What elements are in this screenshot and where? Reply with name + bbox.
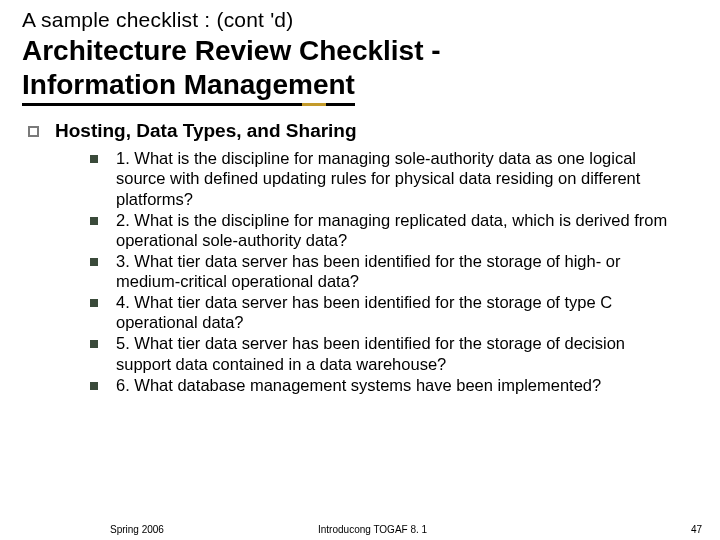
list-item: 5. What tier data server has been identi… (90, 333, 690, 373)
list-item: 1. What is the discipline for managing s… (90, 148, 690, 208)
list-item: 6. What database management systems have… (90, 375, 690, 395)
square-bullet-icon (28, 126, 39, 137)
section-heading-row: Hosting, Data Types, and Sharing (28, 120, 690, 142)
small-bullet-icon (90, 299, 98, 307)
small-bullet-icon (90, 382, 98, 390)
item-text: 4. What tier data server has been identi… (116, 292, 676, 332)
item-text: 5. What tier data server has been identi… (116, 333, 676, 373)
slide-title: Architecture Review Checklist - Informat… (0, 32, 720, 106)
section: Hosting, Data Types, and Sharing 1. What… (0, 106, 720, 395)
list-item: 2. What is the discipline for managing r… (90, 210, 690, 250)
small-bullet-icon (90, 217, 98, 225)
item-text: 3. What tier data server has been identi… (116, 251, 676, 291)
section-heading: Hosting, Data Types, and Sharing (55, 120, 357, 142)
small-bullet-icon (90, 155, 98, 163)
footer-center: Introducong TOGAF 8. 1 (318, 524, 427, 535)
small-bullet-icon (90, 258, 98, 266)
supertitle: A sample checklist : (cont 'd) (0, 0, 720, 32)
list-item: 3. What tier data server has been identi… (90, 251, 690, 291)
item-list: 1. What is the discipline for managing s… (28, 142, 690, 395)
footer-page-number: 47 (691, 524, 702, 535)
title-accent (302, 103, 326, 106)
item-text: 6. What database management systems have… (116, 375, 601, 395)
list-item: 4. What tier data server has been identi… (90, 292, 690, 332)
item-text: 1. What is the discipline for managing s… (116, 148, 676, 208)
small-bullet-icon (90, 340, 98, 348)
item-text: 2. What is the discipline for managing r… (116, 210, 676, 250)
title-line-2: Information Management (22, 68, 355, 106)
title-line-1: Architecture Review Checklist - (22, 35, 441, 66)
footer-left: Spring 2006 (110, 524, 164, 535)
